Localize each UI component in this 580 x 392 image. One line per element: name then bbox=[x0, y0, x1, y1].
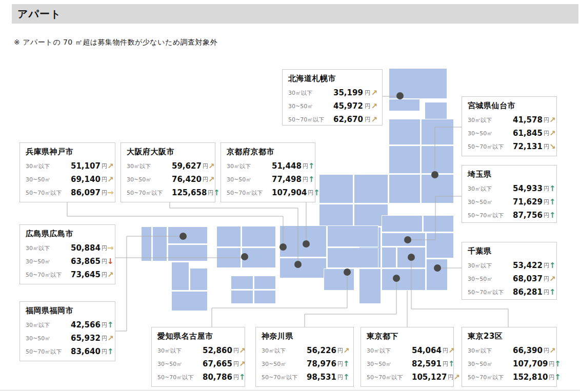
size-label: 30~50㎡ bbox=[288, 102, 333, 110]
map-tile bbox=[389, 146, 421, 174]
yen-unit: 円 bbox=[102, 176, 107, 183]
city-dot-fukuoka bbox=[179, 233, 187, 240]
size-label: 30~50㎡ bbox=[468, 198, 513, 206]
yen-unit: 円 bbox=[544, 347, 549, 355]
rent-value: 51,448 bbox=[272, 161, 302, 171]
rent-row: 30~50㎡76,420円↗ bbox=[127, 173, 210, 186]
region-card-osaka: 大阪府大阪市30㎡以下59,627円↗30~50㎡76,420円↗50~70㎡以… bbox=[121, 142, 215, 202]
trend-up-right-icon: ↗ bbox=[549, 275, 556, 283]
map-tile bbox=[389, 99, 420, 111]
yen-unit: 円 bbox=[544, 262, 549, 270]
trend-up-right-icon: ↗ bbox=[107, 335, 114, 342]
rent-row: 50~70㎡以下87,756円↑ bbox=[468, 209, 552, 222]
trend-up-right-icon: ↗ bbox=[107, 176, 114, 183]
city-dot-osaka bbox=[294, 261, 302, 268]
yen-unit: 円 bbox=[544, 212, 549, 219]
trend-up-right-icon: ↗ bbox=[448, 347, 455, 355]
yen-unit: 円 bbox=[448, 374, 453, 381]
rent-value: 76,420 bbox=[172, 175, 202, 184]
rent-row: 30~50㎡67,665円↗ bbox=[157, 357, 240, 370]
yen-unit: 円 bbox=[544, 288, 549, 296]
yen-unit: 円 bbox=[337, 360, 343, 368]
trend-up-icon: ↑ bbox=[313, 189, 320, 197]
map-tile bbox=[354, 174, 388, 203]
region-card-chiba: 千葉県30㎡以下53,422円↑30~50㎡68,037円↗50~70㎡以下86… bbox=[462, 242, 557, 300]
trend-up-icon: ↑ bbox=[107, 321, 114, 329]
rent-row: 30㎡以下51,448円↑ bbox=[227, 159, 310, 173]
size-label: 50~70㎡以下 bbox=[468, 212, 513, 219]
map-tile bbox=[382, 269, 426, 291]
rent-row: 30~50㎡65,932円↗ bbox=[26, 332, 110, 345]
size-label: 30㎡以下 bbox=[26, 244, 71, 252]
rent-row: 30~50㎡82,591円↑ bbox=[367, 357, 449, 370]
size-label: 30~50㎡ bbox=[468, 275, 513, 283]
map-tile bbox=[421, 119, 454, 145]
size-label: 30~50㎡ bbox=[367, 360, 412, 368]
rent-value: 77,498 bbox=[272, 175, 302, 184]
yen-unit: 円 bbox=[102, 162, 107, 170]
yen-unit: 円 bbox=[203, 162, 208, 170]
yen-unit: 円 bbox=[443, 360, 448, 368]
region-title: 東京23区 bbox=[468, 332, 552, 341]
yen-unit: 円 bbox=[208, 189, 213, 197]
region-card-hiroshima: 広島県広島市30㎡以下50,884円→30~50㎡63,865円↓50~70㎡以… bbox=[19, 224, 115, 284]
map-tile bbox=[421, 174, 454, 203]
rent-value: 50,884 bbox=[71, 243, 101, 253]
size-label: 30~50㎡ bbox=[227, 176, 272, 183]
trend-up-icon: ↑ bbox=[239, 374, 246, 381]
trend-up-icon: ↑ bbox=[308, 162, 315, 170]
size-label: 50~70㎡以下 bbox=[127, 189, 172, 197]
trend-up-right-icon: ↗ bbox=[370, 116, 377, 123]
rent-value: 66,390 bbox=[513, 346, 543, 355]
rent-row: 30㎡以下42,566円↑ bbox=[26, 318, 110, 332]
size-label: 30㎡以下 bbox=[468, 185, 513, 193]
yen-unit: 円 bbox=[303, 162, 308, 170]
city-dot-chiba bbox=[434, 264, 441, 272]
yen-unit: 円 bbox=[443, 347, 448, 355]
region-card-saitama: 埼玉県30㎡以下54,933円↑30~50㎡71,629円↑50~70㎡以下87… bbox=[462, 165, 557, 223]
trend-right-icon: → bbox=[107, 189, 114, 197]
size-label: 30㎡以下 bbox=[468, 262, 513, 270]
yen-unit: 円 bbox=[364, 89, 370, 97]
trend-up-icon: ↑ bbox=[343, 360, 350, 368]
size-label: 30~50㎡ bbox=[157, 360, 203, 368]
rent-value: 69,140 bbox=[71, 175, 101, 184]
size-label: 30㎡以下 bbox=[468, 116, 513, 124]
trend-up-right-icon: ↗ bbox=[453, 374, 460, 381]
city-dot-nagoya bbox=[344, 269, 351, 276]
map-tile bbox=[231, 276, 253, 290]
size-label: 50~70㎡以下 bbox=[26, 271, 71, 279]
rent-row: 50~70㎡以下152,810円↑ bbox=[468, 370, 552, 384]
size-label: 30㎡以下 bbox=[468, 347, 513, 355]
size-label: 50~70㎡以下 bbox=[26, 348, 71, 356]
map-tile bbox=[426, 259, 448, 291]
city-dot-kobe bbox=[279, 243, 287, 251]
size-label: 50~70㎡以下 bbox=[288, 116, 333, 123]
map-tile bbox=[242, 226, 276, 247]
yen-unit: 円 bbox=[544, 143, 549, 151]
rent-value: 41,578 bbox=[513, 115, 543, 125]
map-tile bbox=[279, 258, 327, 278]
size-label: 50~70㎡以下 bbox=[26, 189, 71, 197]
region-title: 埼玉県 bbox=[468, 170, 552, 179]
map-tile bbox=[319, 174, 353, 203]
rent-value: 98,531 bbox=[307, 373, 336, 382]
rent-row: 30~50㎡61,845円↗ bbox=[468, 127, 552, 140]
rent-row: 30㎡以下53,422円↑ bbox=[468, 259, 552, 272]
size-label: 30~50㎡ bbox=[127, 176, 172, 183]
region-title: 千葉県 bbox=[468, 246, 552, 256]
size-label: 50~70㎡以下 bbox=[367, 374, 412, 381]
rent-value: 152,810 bbox=[513, 373, 548, 382]
rent-value: 73,645 bbox=[71, 270, 101, 279]
region-title: 大阪府大阪市 bbox=[127, 147, 210, 157]
size-label: 30~50㎡ bbox=[26, 176, 71, 183]
region-title: 福岡県福岡市 bbox=[26, 306, 110, 316]
rent-value: 107,709 bbox=[513, 359, 548, 368]
trend-up-right-icon: ↗ bbox=[107, 271, 114, 279]
yen-unit: 円 bbox=[549, 360, 554, 368]
rent-row: 30~50㎡78,976円↑ bbox=[262, 357, 349, 370]
rent-row: 30~50㎡71,629円↑ bbox=[468, 195, 552, 209]
rent-row: 30~50㎡69,140円↗ bbox=[26, 173, 110, 186]
trend-up-icon: ↑ bbox=[554, 360, 561, 368]
region-title: 宮城県仙台市 bbox=[468, 101, 552, 111]
